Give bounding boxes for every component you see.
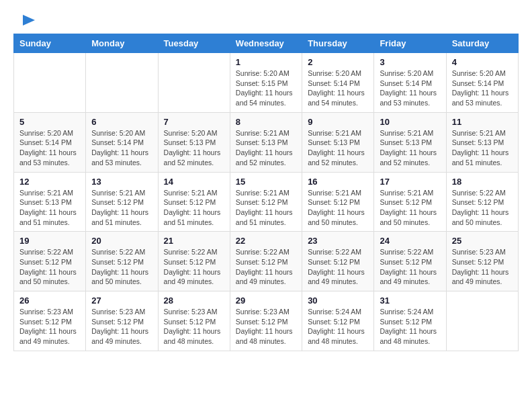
- calendar-body: 1 Sunrise: 5:20 AMSunset: 5:15 PMDayligh…: [14, 53, 519, 351]
- day-number: 3: [380, 57, 440, 67]
- day-number: 31: [380, 295, 440, 306]
- day-number: 29: [236, 295, 296, 306]
- header-cell-monday: Monday: [86, 34, 158, 53]
- day-cell: 4 Sunrise: 5:20 AMSunset: 5:14 PMDayligh…: [446, 53, 518, 113]
- day-number: 27: [91, 295, 152, 306]
- day-cell: 20 Sunrise: 5:22 AMSunset: 5:12 PMDaylig…: [86, 232, 158, 291]
- logo: [13, 13, 36, 27]
- day-info: Sunrise: 5:23 AMSunset: 5:12 PMDaylight:…: [452, 248, 509, 285]
- day-info: Sunrise: 5:22 AMSunset: 5:12 PMDaylight:…: [19, 248, 77, 285]
- svg-marker-0: [23, 15, 35, 26]
- day-cell: 7 Sunrise: 5:20 AMSunset: 5:13 PMDayligh…: [158, 112, 230, 172]
- week-row-4: 19 Sunrise: 5:22 AMSunset: 5:12 PMDaylig…: [14, 232, 519, 291]
- day-number: 25: [452, 236, 513, 246]
- day-cell: 18 Sunrise: 5:22 AMSunset: 5:12 PMDaylig…: [446, 172, 518, 232]
- day-info: Sunrise: 5:22 AMSunset: 5:12 PMDaylight:…: [308, 248, 365, 285]
- week-row-3: 12 Sunrise: 5:21 AMSunset: 5:13 PMDaylig…: [14, 172, 519, 232]
- day-number: 15: [236, 177, 296, 187]
- day-cell: [158, 53, 230, 113]
- day-cell: 13 Sunrise: 5:21 AMSunset: 5:12 PMDaylig…: [86, 172, 158, 232]
- day-number: 8: [236, 117, 296, 127]
- day-number: 7: [164, 117, 224, 127]
- day-info: Sunrise: 5:22 AMSunset: 5:12 PMDaylight:…: [91, 248, 148, 285]
- day-cell: 10 Sunrise: 5:21 AMSunset: 5:13 PMDaylig…: [374, 112, 446, 172]
- day-info: Sunrise: 5:22 AMSunset: 5:12 PMDaylight:…: [164, 248, 221, 285]
- day-info: Sunrise: 5:24 AMSunset: 5:12 PMDaylight:…: [308, 308, 365, 345]
- day-info: Sunrise: 5:20 AMSunset: 5:15 PMDaylight:…: [236, 69, 293, 107]
- day-info: Sunrise: 5:21 AMSunset: 5:12 PMDaylight:…: [91, 189, 148, 226]
- day-cell: 25 Sunrise: 5:23 AMSunset: 5:12 PMDaylig…: [446, 232, 518, 291]
- day-cell: 8 Sunrise: 5:21 AMSunset: 5:13 PMDayligh…: [230, 112, 302, 172]
- day-cell: 26 Sunrise: 5:23 AMSunset: 5:12 PMDaylig…: [14, 291, 86, 351]
- day-number: 14: [164, 177, 224, 187]
- day-number: 26: [19, 295, 80, 306]
- day-cell: 16 Sunrise: 5:21 AMSunset: 5:12 PMDaylig…: [302, 172, 374, 232]
- day-info: Sunrise: 5:21 AMSunset: 5:12 PMDaylight:…: [164, 189, 221, 226]
- week-row-2: 5 Sunrise: 5:20 AMSunset: 5:14 PMDayligh…: [14, 112, 519, 172]
- day-info: Sunrise: 5:20 AMSunset: 5:14 PMDaylight:…: [452, 69, 509, 107]
- day-info: Sunrise: 5:21 AMSunset: 5:12 PMDaylight:…: [380, 189, 437, 226]
- day-cell: 17 Sunrise: 5:21 AMSunset: 5:12 PMDaylig…: [374, 172, 446, 232]
- day-cell: 3 Sunrise: 5:20 AMSunset: 5:14 PMDayligh…: [374, 53, 446, 113]
- day-cell: 6 Sunrise: 5:20 AMSunset: 5:14 PMDayligh…: [86, 112, 158, 172]
- day-info: Sunrise: 5:20 AMSunset: 5:14 PMDaylight:…: [91, 129, 148, 167]
- day-number: 2: [308, 57, 368, 67]
- day-cell: 24 Sunrise: 5:22 AMSunset: 5:12 PMDaylig…: [374, 232, 446, 291]
- header-cell-saturday: Saturday: [446, 34, 518, 53]
- day-number: 6: [91, 117, 152, 127]
- day-number: 11: [452, 117, 513, 127]
- day-cell: 21 Sunrise: 5:22 AMSunset: 5:12 PMDaylig…: [158, 232, 230, 291]
- day-number: 22: [236, 236, 296, 246]
- week-row-1: 1 Sunrise: 5:20 AMSunset: 5:15 PMDayligh…: [14, 53, 519, 113]
- day-number: 1: [236, 57, 296, 67]
- day-number: 10: [380, 117, 440, 127]
- day-number: 24: [380, 236, 440, 246]
- day-cell: [14, 53, 86, 113]
- day-number: 23: [308, 236, 368, 246]
- day-number: 19: [19, 236, 80, 246]
- day-info: Sunrise: 5:21 AMSunset: 5:12 PMDaylight:…: [236, 189, 293, 226]
- day-info: Sunrise: 5:22 AMSunset: 5:12 PMDaylight:…: [236, 248, 293, 285]
- day-cell: 19 Sunrise: 5:22 AMSunset: 5:12 PMDaylig…: [14, 232, 86, 291]
- day-info: Sunrise: 5:21 AMSunset: 5:13 PMDaylight:…: [452, 129, 509, 167]
- day-cell: 2 Sunrise: 5:20 AMSunset: 5:14 PMDayligh…: [302, 53, 374, 113]
- header-cell-wednesday: Wednesday: [230, 34, 302, 53]
- day-number: 9: [308, 117, 368, 127]
- day-cell: 11 Sunrise: 5:21 AMSunset: 5:13 PMDaylig…: [446, 112, 518, 172]
- logo-icon: [16, 13, 36, 27]
- day-info: Sunrise: 5:21 AMSunset: 5:13 PMDaylight:…: [236, 129, 293, 167]
- day-info: Sunrise: 5:23 AMSunset: 5:12 PMDaylight:…: [19, 308, 77, 345]
- day-cell: 23 Sunrise: 5:22 AMSunset: 5:12 PMDaylig…: [302, 232, 374, 291]
- day-cell: 29 Sunrise: 5:23 AMSunset: 5:12 PMDaylig…: [230, 291, 302, 351]
- day-number: 18: [452, 177, 513, 187]
- day-number: 12: [19, 177, 80, 187]
- day-number: 4: [452, 57, 513, 67]
- day-cell: 1 Sunrise: 5:20 AMSunset: 5:15 PMDayligh…: [230, 53, 302, 113]
- day-info: Sunrise: 5:24 AMSunset: 5:12 PMDaylight:…: [380, 308, 437, 345]
- day-info: Sunrise: 5:23 AMSunset: 5:12 PMDaylight:…: [236, 308, 293, 345]
- day-info: Sunrise: 5:21 AMSunset: 5:13 PMDaylight:…: [380, 129, 437, 167]
- day-number: 13: [91, 177, 152, 187]
- day-cell: 12 Sunrise: 5:21 AMSunset: 5:13 PMDaylig…: [14, 172, 86, 232]
- day-number: 30: [308, 295, 368, 306]
- day-info: Sunrise: 5:21 AMSunset: 5:13 PMDaylight:…: [308, 129, 365, 167]
- header-cell-friday: Friday: [374, 34, 446, 53]
- day-cell: 28 Sunrise: 5:23 AMSunset: 5:12 PMDaylig…: [158, 291, 230, 351]
- header-cell-thursday: Thursday: [302, 34, 374, 53]
- day-cell: 15 Sunrise: 5:21 AMSunset: 5:12 PMDaylig…: [230, 172, 302, 232]
- day-info: Sunrise: 5:20 AMSunset: 5:14 PMDaylight:…: [19, 129, 77, 167]
- day-info: Sunrise: 5:23 AMSunset: 5:12 PMDaylight:…: [91, 308, 148, 345]
- day-cell: 14 Sunrise: 5:21 AMSunset: 5:12 PMDaylig…: [158, 172, 230, 232]
- day-number: 17: [380, 177, 440, 187]
- day-cell: [86, 53, 158, 113]
- day-number: 28: [164, 295, 224, 306]
- day-info: Sunrise: 5:21 AMSunset: 5:12 PMDaylight:…: [308, 189, 365, 226]
- header-cell-tuesday: Tuesday: [158, 34, 230, 53]
- day-info: Sunrise: 5:23 AMSunset: 5:12 PMDaylight:…: [164, 308, 221, 345]
- day-cell: 31 Sunrise: 5:24 AMSunset: 5:12 PMDaylig…: [374, 291, 446, 351]
- header-row: SundayMondayTuesdayWednesdayThursdayFrid…: [14, 34, 519, 53]
- day-cell: 22 Sunrise: 5:22 AMSunset: 5:12 PMDaylig…: [230, 232, 302, 291]
- header-cell-sunday: Sunday: [14, 34, 86, 53]
- day-cell: 5 Sunrise: 5:20 AMSunset: 5:14 PMDayligh…: [14, 112, 86, 172]
- day-cell: [446, 291, 518, 351]
